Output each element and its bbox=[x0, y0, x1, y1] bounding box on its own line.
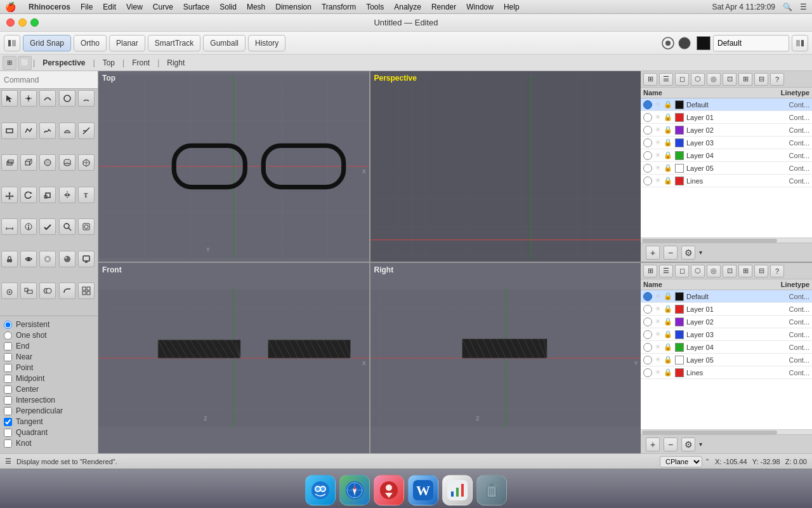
settings-button-bottom[interactable]: ⚙ bbox=[681, 438, 695, 451]
menu-analyze[interactable]: Analyze bbox=[394, 3, 421, 11]
tool-box[interactable] bbox=[20, 154, 37, 171]
menu-transform[interactable]: Transform bbox=[322, 3, 356, 11]
layer-row[interactable]: ☀ 🔒 Default Cont... bbox=[641, 290, 812, 303]
layer-select[interactable] bbox=[713, 35, 789, 51]
layer-color-swatch[interactable] bbox=[675, 138, 684, 147]
tool-osnap-circle[interactable] bbox=[1, 283, 18, 299]
layer-row[interactable]: ☀ 🔒 Layer 02 Cont... bbox=[641, 124, 812, 137]
layer-radio[interactable] bbox=[643, 138, 652, 147]
command-input[interactable] bbox=[0, 71, 98, 89]
tool-lock[interactable] bbox=[1, 251, 18, 267]
smarttrack-button[interactable]: SmartTrack bbox=[148, 35, 201, 51]
layer-radio[interactable] bbox=[643, 330, 652, 339]
tool-rect[interactable] bbox=[1, 123, 18, 139]
layer-row[interactable]: ☀ 🔒 Layer 05 Cont... bbox=[641, 162, 812, 175]
layer-row[interactable]: ☀ 🔒 Lines Cont... bbox=[641, 366, 812, 379]
tool-scale[interactable] bbox=[39, 187, 56, 203]
layer-row[interactable]: ☀ 🔒 Lines Cont... bbox=[641, 175, 812, 187]
snap-mode-radio[interactable] bbox=[4, 331, 12, 340]
viewport-single-icon[interactable]: ⬜ bbox=[18, 56, 32, 70]
panel-display-icon-b[interactable]: ⊞ bbox=[738, 265, 752, 277]
tool-surface-from-curve[interactable] bbox=[59, 123, 75, 139]
dock-safari[interactable] bbox=[339, 475, 370, 505]
layer-radio[interactable] bbox=[643, 292, 652, 301]
panel-texture-icon[interactable]: ⊡ bbox=[723, 73, 737, 86]
layer-color-swatch[interactable] bbox=[675, 343, 684, 352]
tool-curve[interactable] bbox=[39, 90, 56, 107]
layer-color-swatch[interactable] bbox=[675, 318, 684, 326]
menu-window[interactable]: Window bbox=[466, 3, 494, 11]
layer-row[interactable]: ☀ 🔒 Layer 04 Cont... bbox=[641, 149, 812, 162]
panel-scrollbar-top[interactable] bbox=[641, 237, 812, 243]
tool-mesh[interactable] bbox=[78, 154, 95, 171]
layer-color-swatch[interactable] bbox=[675, 292, 684, 301]
snap-checkbox-knot[interactable] bbox=[4, 439, 12, 448]
layer-color-swatch[interactable] bbox=[675, 356, 684, 364]
layer-radio[interactable] bbox=[643, 356, 652, 364]
menu-file[interactable]: File bbox=[81, 3, 93, 11]
right-panel-toggle[interactable] bbox=[792, 35, 808, 51]
remove-layer-button-bottom[interactable]: − bbox=[664, 438, 678, 451]
tool-zoom[interactable] bbox=[59, 218, 75, 235]
panel-layers-icon-b[interactable]: ⊞ bbox=[643, 265, 657, 277]
panel-display-icon[interactable]: ⊞ bbox=[738, 73, 752, 86]
add-layer-button-bottom[interactable]: + bbox=[646, 438, 660, 451]
layer-color-swatch[interactable] bbox=[675, 330, 684, 339]
snap-checkbox-perpendicular[interactable] bbox=[4, 407, 12, 415]
apple-menu[interactable]: 🍎 bbox=[5, 2, 16, 12]
search-icon[interactable]: 🔍 bbox=[783, 3, 792, 11]
layer-row[interactable]: ☀ 🔒 Default Cont... bbox=[641, 98, 812, 111]
snap-checkbox-near[interactable] bbox=[4, 353, 12, 361]
tool-annotation[interactable] bbox=[20, 218, 37, 235]
tool-mirror[interactable] bbox=[59, 187, 75, 203]
viewport-grid-icon[interactable]: ⊞ bbox=[3, 56, 16, 70]
tool-point[interactable] bbox=[20, 90, 37, 107]
cplane-arrow[interactable]: ⌃ bbox=[705, 458, 710, 465]
snap-checkbox-end[interactable] bbox=[4, 342, 12, 351]
panel-env-icon[interactable]: ◎ bbox=[707, 73, 721, 86]
menu-dimension[interactable]: Dimension bbox=[275, 3, 311, 11]
gumball-button[interactable]: Gumball bbox=[203, 35, 246, 51]
tool-trim[interactable] bbox=[78, 123, 95, 139]
layer-radio[interactable] bbox=[643, 100, 652, 109]
snap-checkbox-tangent[interactable] bbox=[4, 418, 12, 426]
menu-solid[interactable]: Solid bbox=[219, 3, 237, 11]
layer-color-swatch[interactable] bbox=[675, 177, 684, 185]
dock-trash[interactable] bbox=[476, 475, 507, 505]
layer-radio[interactable] bbox=[643, 318, 652, 326]
menu-render[interactable]: Render bbox=[431, 3, 456, 11]
viewport-perspective[interactable]: Perspective X Z bbox=[370, 71, 641, 262]
menu-surface[interactable]: Surface bbox=[183, 3, 209, 11]
tool-cylinder[interactable] bbox=[59, 154, 75, 171]
layer-radio[interactable] bbox=[643, 126, 652, 135]
tool-fillet[interactable] bbox=[59, 283, 75, 299]
menu-help[interactable]: Help bbox=[504, 3, 520, 11]
tool-polyline[interactable] bbox=[20, 123, 37, 139]
tool-freeform[interactable] bbox=[39, 123, 56, 139]
panel-object-icon-b[interactable]: ◻ bbox=[675, 265, 689, 277]
tool-render[interactable] bbox=[59, 251, 75, 267]
layer-row[interactable]: ☀ 🔒 Layer 04 Cont... bbox=[641, 341, 812, 354]
settings-arrow-bottom[interactable]: ▾ bbox=[699, 441, 702, 448]
layer-radio[interactable] bbox=[643, 177, 652, 185]
layer-row[interactable]: ☀ 🔒 Layer 01 Cont... bbox=[641, 303, 812, 316]
tool-text[interactable]: T bbox=[78, 187, 95, 203]
sidebar-toggle[interactable] bbox=[4, 35, 20, 51]
layer-radio[interactable] bbox=[643, 343, 652, 352]
snap-checkbox-center[interactable] bbox=[4, 385, 12, 394]
layer-color-swatch[interactable] bbox=[675, 164, 684, 173]
maximize-button[interactable] bbox=[30, 18, 39, 27]
dock-launchpad[interactable] bbox=[374, 475, 404, 505]
layer-radio[interactable] bbox=[643, 113, 652, 122]
layer-color-swatch[interactable] bbox=[675, 100, 684, 109]
planar-button[interactable]: Planar bbox=[109, 35, 145, 51]
tool-hide[interactable] bbox=[20, 251, 37, 267]
tool-material[interactable] bbox=[39, 251, 56, 267]
circle-display-icon[interactable] bbox=[661, 36, 675, 50]
layer-row[interactable]: ☀ 🔒 Layer 03 Cont... bbox=[641, 328, 812, 341]
layer-row[interactable]: ☀ 🔒 Layer 05 Cont... bbox=[641, 354, 812, 366]
tool-extrude[interactable] bbox=[1, 154, 18, 171]
add-layer-button-top[interactable]: + bbox=[646, 246, 660, 260]
app-name[interactable]: Rhinoceros bbox=[29, 3, 70, 11]
tool-group[interactable] bbox=[20, 283, 37, 299]
